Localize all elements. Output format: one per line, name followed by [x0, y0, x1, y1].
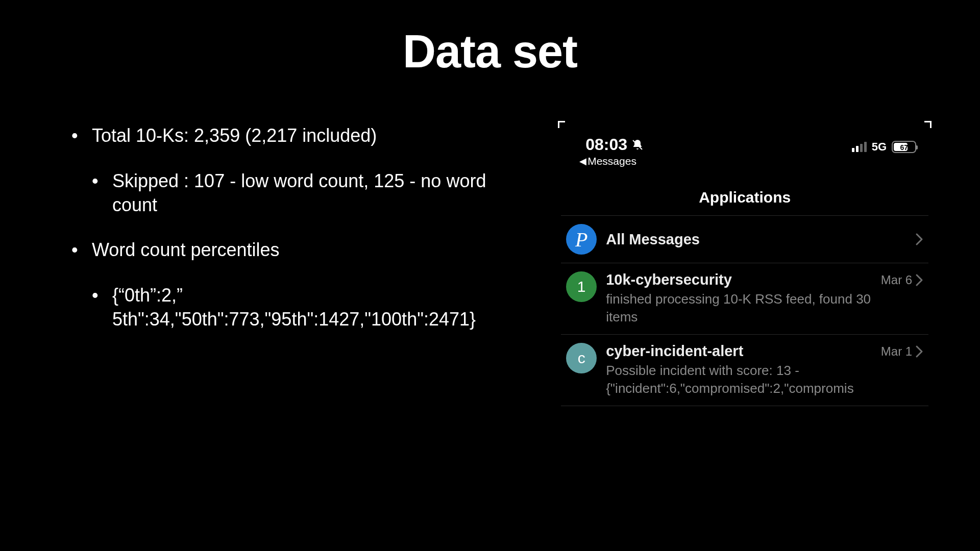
status-right: 5G 67: [852, 135, 916, 154]
list-item[interactable]: 1 10k-cybersecurity Mar 6 finished pro: [561, 263, 928, 334]
row-title: All Messages: [606, 231, 700, 248]
crop-corner: [558, 121, 565, 128]
row-date: Mar 1: [881, 344, 912, 359]
slide-title: Data set: [0, 0, 980, 78]
battery-text: 67: [893, 143, 915, 152]
row-head: cyber-incident-alert Mar 1: [606, 343, 923, 360]
content-area: Total 10-Ks: 2,359 (2,217 included) Skip…: [0, 124, 980, 406]
avatar: c: [566, 343, 597, 373]
bullet-list: Total 10-Ks: 2,359 (2,217 included) Skip…: [71, 124, 489, 332]
signal-icon: [852, 142, 867, 152]
status-left: 08:03 ◀ Messages: [585, 135, 644, 167]
bullet-text: {“0th”:2,” 5th":34,"50th":773,"95th":142…: [112, 285, 476, 330]
bullet-sublist: Skipped : 107 - low word count, 125 - no…: [92, 169, 489, 217]
back-triangle-icon: ◀: [579, 156, 586, 167]
status-time: 08:03: [585, 135, 627, 154]
bullet-subitem: {“0th”:2,” 5th":34,"50th":773,"95th":142…: [92, 284, 489, 332]
row-meta: [915, 233, 923, 246]
app-header: Applications: [561, 189, 928, 206]
bullet-text: Total 10-Ks: 2,359 (2,217 included): [92, 125, 377, 146]
bullet-item: Total 10-Ks: 2,359 (2,217 included) Skip…: [71, 124, 489, 217]
crop-corner: [924, 121, 932, 128]
chevron-right-icon: [915, 273, 923, 287]
row-subtitle: Possible incident with score: 13 - {"inc…: [606, 362, 902, 397]
row-head: All Messages: [606, 231, 923, 248]
bullet-text: Word count percentiles: [92, 239, 280, 260]
status-time-row: 08:03: [585, 135, 644, 154]
right-column: 08:03 ◀ Messages 5G: [509, 124, 980, 406]
row-meta: Mar 1: [881, 344, 923, 359]
bullet-item: Word count percentiles {“0th”:2,” 5th":3…: [71, 238, 489, 331]
row-head: 10k-cybersecurity Mar 6: [606, 271, 923, 288]
chevron-right-icon: [915, 233, 923, 246]
divider: [561, 406, 928, 406]
chevron-right-icon: [915, 345, 923, 358]
network-label: 5G: [872, 140, 887, 154]
status-bar: 08:03 ◀ Messages 5G: [561, 124, 928, 169]
phone-screenshot: 08:03 ◀ Messages 5G: [561, 124, 928, 406]
row-subtitle: finished processing 10-K RSS feed, found…: [606, 290, 902, 326]
list-item-all-messages[interactable]: P All Messages: [561, 216, 928, 263]
bullet-subitem: Skipped : 107 - low word count, 125 - no…: [92, 169, 489, 217]
left-column: Total 10-Ks: 2,359 (2,217 included) Skip…: [0, 124, 509, 406]
list-item[interactable]: c cyber-incident-alert Mar 1 Possible: [561, 335, 928, 406]
slide: Data set Total 10-Ks: 2,359 (2,217 inclu…: [0, 0, 980, 551]
bell-off-icon: [631, 139, 644, 151]
row-title: cyber-incident-alert: [606, 343, 743, 360]
row-body: cyber-incident-alert Mar 1 Possible inci…: [606, 343, 923, 397]
row-meta: Mar 6: [881, 273, 923, 287]
avatar: P: [566, 224, 597, 255]
avatar: 1: [566, 271, 597, 302]
back-to-messages[interactable]: ◀ Messages: [579, 155, 644, 167]
row-title: 10k-cybersecurity: [606, 271, 732, 288]
row-body: All Messages: [606, 231, 923, 248]
row-date: Mar 6: [881, 273, 912, 287]
row-body: 10k-cybersecurity Mar 6 finished process…: [606, 271, 923, 326]
bullet-text: Skipped : 107 - low word count, 125 - no…: [112, 170, 486, 215]
back-label: Messages: [587, 155, 636, 167]
bullet-sublist: {“0th”:2,” 5th":34,"50th":773,"95th":142…: [92, 284, 489, 332]
battery-icon: 67: [892, 141, 916, 153]
